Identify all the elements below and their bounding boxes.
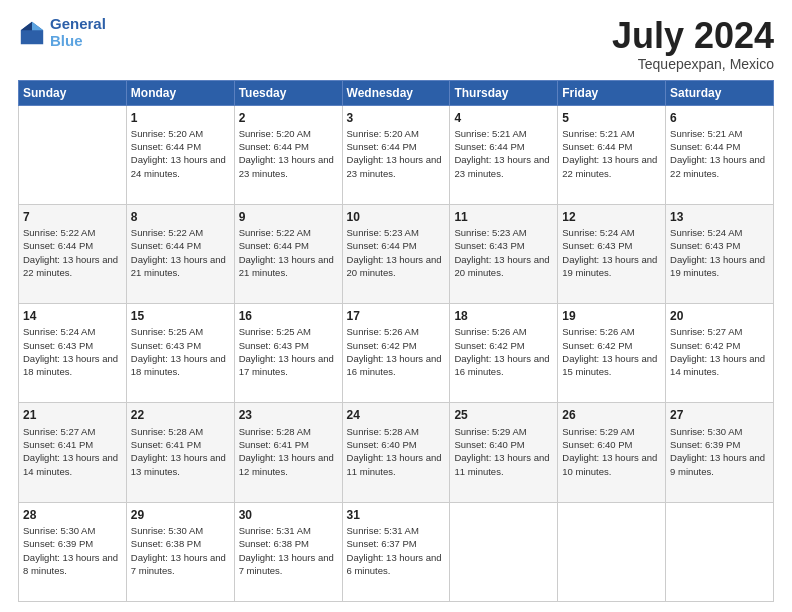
day-number: 30: [239, 507, 338, 523]
day-number: 13: [670, 209, 769, 225]
calendar-cell: 27Sunrise: 5:30 AM Sunset: 6:39 PM Dayli…: [666, 403, 774, 502]
calendar-cell: [558, 502, 666, 601]
day-info: Sunrise: 5:24 AM Sunset: 6:43 PM Dayligh…: [23, 325, 122, 378]
calendar-cell: 1Sunrise: 5:20 AM Sunset: 6:44 PM Daylig…: [126, 105, 234, 204]
calendar-cell: 20Sunrise: 5:27 AM Sunset: 6:42 PM Dayli…: [666, 304, 774, 403]
logo-text: General Blue: [50, 16, 106, 49]
svg-marker-1: [32, 21, 43, 29]
calendar-cell: 21Sunrise: 5:27 AM Sunset: 6:41 PM Dayli…: [19, 403, 127, 502]
day-info: Sunrise: 5:21 AM Sunset: 6:44 PM Dayligh…: [454, 127, 553, 180]
day-number: 18: [454, 308, 553, 324]
day-number: 27: [670, 407, 769, 423]
day-number: 15: [131, 308, 230, 324]
calendar-table: SundayMondayTuesdayWednesdayThursdayFrid…: [18, 80, 774, 602]
day-number: 14: [23, 308, 122, 324]
day-number: 20: [670, 308, 769, 324]
calendar-cell: 8Sunrise: 5:22 AM Sunset: 6:44 PM Daylig…: [126, 204, 234, 303]
calendar-week-row: 1Sunrise: 5:20 AM Sunset: 6:44 PM Daylig…: [19, 105, 774, 204]
calendar-cell: [19, 105, 127, 204]
day-number: 31: [347, 507, 446, 523]
svg-marker-2: [21, 21, 32, 29]
day-info: Sunrise: 5:31 AM Sunset: 6:37 PM Dayligh…: [347, 524, 446, 577]
calendar-header-wednesday: Wednesday: [342, 80, 450, 105]
day-number: 10: [347, 209, 446, 225]
day-info: Sunrise: 5:29 AM Sunset: 6:40 PM Dayligh…: [454, 425, 553, 478]
main-title: July 2024: [612, 16, 774, 56]
day-info: Sunrise: 5:29 AM Sunset: 6:40 PM Dayligh…: [562, 425, 661, 478]
calendar-cell: 30Sunrise: 5:31 AM Sunset: 6:38 PM Dayli…: [234, 502, 342, 601]
calendar-cell: 22Sunrise: 5:28 AM Sunset: 6:41 PM Dayli…: [126, 403, 234, 502]
day-number: 26: [562, 407, 661, 423]
day-info: Sunrise: 5:20 AM Sunset: 6:44 PM Dayligh…: [239, 127, 338, 180]
day-info: Sunrise: 5:27 AM Sunset: 6:42 PM Dayligh…: [670, 325, 769, 378]
day-number: 3: [347, 110, 446, 126]
day-number: 21: [23, 407, 122, 423]
logo: General Blue: [18, 16, 106, 49]
calendar-header-monday: Monday: [126, 80, 234, 105]
day-number: 19: [562, 308, 661, 324]
day-info: Sunrise: 5:30 AM Sunset: 6:39 PM Dayligh…: [23, 524, 122, 577]
calendar-cell: 4Sunrise: 5:21 AM Sunset: 6:44 PM Daylig…: [450, 105, 558, 204]
day-number: 16: [239, 308, 338, 324]
day-info: Sunrise: 5:21 AM Sunset: 6:44 PM Dayligh…: [670, 127, 769, 180]
calendar-header-sunday: Sunday: [19, 80, 127, 105]
calendar-cell: 9Sunrise: 5:22 AM Sunset: 6:44 PM Daylig…: [234, 204, 342, 303]
day-number: 8: [131, 209, 230, 225]
calendar-cell: 12Sunrise: 5:24 AM Sunset: 6:43 PM Dayli…: [558, 204, 666, 303]
calendar-cell: 15Sunrise: 5:25 AM Sunset: 6:43 PM Dayli…: [126, 304, 234, 403]
calendar-cell: 10Sunrise: 5:23 AM Sunset: 6:44 PM Dayli…: [342, 204, 450, 303]
day-number: 7: [23, 209, 122, 225]
day-info: Sunrise: 5:22 AM Sunset: 6:44 PM Dayligh…: [131, 226, 230, 279]
calendar-cell: 26Sunrise: 5:29 AM Sunset: 6:40 PM Dayli…: [558, 403, 666, 502]
logo-icon: [18, 19, 46, 47]
day-info: Sunrise: 5:23 AM Sunset: 6:44 PM Dayligh…: [347, 226, 446, 279]
calendar-cell: 11Sunrise: 5:23 AM Sunset: 6:43 PM Dayli…: [450, 204, 558, 303]
calendar-cell: 28Sunrise: 5:30 AM Sunset: 6:39 PM Dayli…: [19, 502, 127, 601]
calendar-cell: 23Sunrise: 5:28 AM Sunset: 6:41 PM Dayli…: [234, 403, 342, 502]
day-number: 17: [347, 308, 446, 324]
title-block: July 2024 Tequepexpan, Mexico: [612, 16, 774, 72]
day-info: Sunrise: 5:22 AM Sunset: 6:44 PM Dayligh…: [23, 226, 122, 279]
day-info: Sunrise: 5:20 AM Sunset: 6:44 PM Dayligh…: [347, 127, 446, 180]
day-number: 12: [562, 209, 661, 225]
day-number: 5: [562, 110, 661, 126]
calendar-cell: 19Sunrise: 5:26 AM Sunset: 6:42 PM Dayli…: [558, 304, 666, 403]
calendar-cell: 25Sunrise: 5:29 AM Sunset: 6:40 PM Dayli…: [450, 403, 558, 502]
day-number: 6: [670, 110, 769, 126]
day-info: Sunrise: 5:28 AM Sunset: 6:41 PM Dayligh…: [239, 425, 338, 478]
day-info: Sunrise: 5:26 AM Sunset: 6:42 PM Dayligh…: [347, 325, 446, 378]
day-info: Sunrise: 5:23 AM Sunset: 6:43 PM Dayligh…: [454, 226, 553, 279]
calendar-week-row: 7Sunrise: 5:22 AM Sunset: 6:44 PM Daylig…: [19, 204, 774, 303]
calendar-cell: 13Sunrise: 5:24 AM Sunset: 6:43 PM Dayli…: [666, 204, 774, 303]
calendar-cell: 7Sunrise: 5:22 AM Sunset: 6:44 PM Daylig…: [19, 204, 127, 303]
day-info: Sunrise: 5:22 AM Sunset: 6:44 PM Dayligh…: [239, 226, 338, 279]
calendar-header-friday: Friday: [558, 80, 666, 105]
day-info: Sunrise: 5:30 AM Sunset: 6:39 PM Dayligh…: [670, 425, 769, 478]
calendar-week-row: 14Sunrise: 5:24 AM Sunset: 6:43 PM Dayli…: [19, 304, 774, 403]
calendar-header-saturday: Saturday: [666, 80, 774, 105]
calendar-week-row: 21Sunrise: 5:27 AM Sunset: 6:41 PM Dayli…: [19, 403, 774, 502]
day-info: Sunrise: 5:28 AM Sunset: 6:41 PM Dayligh…: [131, 425, 230, 478]
day-number: 9: [239, 209, 338, 225]
day-number: 25: [454, 407, 553, 423]
calendar-cell: 3Sunrise: 5:20 AM Sunset: 6:44 PM Daylig…: [342, 105, 450, 204]
day-number: 23: [239, 407, 338, 423]
day-info: Sunrise: 5:21 AM Sunset: 6:44 PM Dayligh…: [562, 127, 661, 180]
calendar-cell: 31Sunrise: 5:31 AM Sunset: 6:37 PM Dayli…: [342, 502, 450, 601]
calendar-cell: [666, 502, 774, 601]
calendar-cell: 2Sunrise: 5:20 AM Sunset: 6:44 PM Daylig…: [234, 105, 342, 204]
day-info: Sunrise: 5:28 AM Sunset: 6:40 PM Dayligh…: [347, 425, 446, 478]
day-info: Sunrise: 5:26 AM Sunset: 6:42 PM Dayligh…: [454, 325, 553, 378]
day-info: Sunrise: 5:24 AM Sunset: 6:43 PM Dayligh…: [562, 226, 661, 279]
day-number: 22: [131, 407, 230, 423]
calendar-header-thursday: Thursday: [450, 80, 558, 105]
page: General Blue July 2024 Tequepexpan, Mexi…: [0, 0, 792, 612]
day-number: 4: [454, 110, 553, 126]
calendar-cell: [450, 502, 558, 601]
day-number: 1: [131, 110, 230, 126]
day-info: Sunrise: 5:25 AM Sunset: 6:43 PM Dayligh…: [239, 325, 338, 378]
day-number: 2: [239, 110, 338, 126]
subtitle: Tequepexpan, Mexico: [612, 56, 774, 72]
day-info: Sunrise: 5:30 AM Sunset: 6:38 PM Dayligh…: [131, 524, 230, 577]
day-info: Sunrise: 5:25 AM Sunset: 6:43 PM Dayligh…: [131, 325, 230, 378]
